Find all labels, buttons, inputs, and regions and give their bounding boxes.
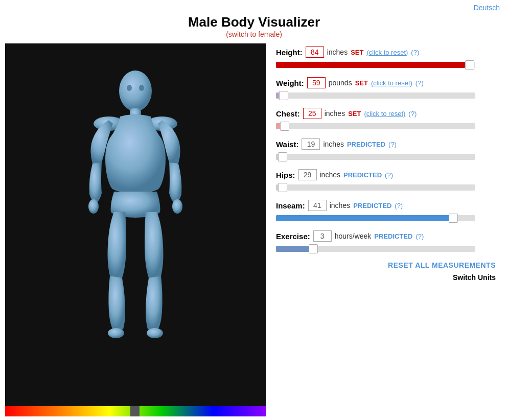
hips-slider-track [276, 184, 475, 191]
exercise-label: Exercise: [276, 232, 310, 241]
chest-reset-link[interactable]: (click to reset) [364, 110, 405, 118]
inseam-slider-fill [276, 215, 450, 221]
waist-slider-thumb[interactable] [278, 152, 287, 161]
inseam-slider[interactable] [276, 213, 498, 223]
main-layout: Height: 84 inches SET (click to reset) (… [0, 43, 508, 416]
language-link[interactable]: Deutsch [474, 4, 500, 12]
waist-label: Waist: [276, 140, 298, 149]
weight-unit: pounds [329, 79, 352, 87]
chest-slider-thumb[interactable] [280, 122, 289, 131]
inseam-predicted-label: PREDICTED [353, 202, 391, 209]
bottom-buttons: RESET ALL MEASUREMENTS Switch Units [276, 261, 498, 282]
weight-set-label: SET [355, 79, 368, 87]
chest-set-label: SET [348, 110, 361, 118]
color-bar-thumb[interactable] [130, 406, 140, 416]
svg-point-9 [139, 85, 144, 91]
svg-point-5 [172, 199, 182, 214]
svg-point-7 [147, 328, 163, 338]
page-title: Male Body Visualizer [0, 14, 508, 30]
hips-value[interactable]: 29 [298, 169, 317, 180]
weight-value[interactable]: 59 [307, 77, 326, 88]
weight-slider-thumb[interactable] [279, 91, 288, 100]
svg-point-8 [127, 85, 132, 91]
chest-unit: inches [325, 109, 345, 118]
body-figure [74, 61, 197, 388]
waist-predicted-label: PREDICTED [347, 141, 385, 148]
waist-value[interactable]: 19 [302, 138, 320, 150]
color-bar[interactable] [5, 406, 266, 416]
height-value[interactable]: 84 [306, 46, 324, 58]
svg-point-6 [108, 328, 124, 338]
weight-label: Weight: [276, 79, 304, 87]
hips-help-link[interactable]: (?) [385, 171, 393, 179]
viewer-panel [5, 43, 266, 416]
weight-row: Weight: 59 pounds SET (click to reset) (… [276, 77, 498, 101]
chest-value[interactable]: 25 [303, 108, 321, 119]
inseam-slider-track [276, 215, 475, 221]
inseam-slider-thumb[interactable] [449, 214, 458, 223]
svg-point-0 [119, 71, 152, 111]
height-row: Height: 84 inches SET (click to reset) (… [276, 46, 498, 70]
weight-slider[interactable] [276, 90, 498, 101]
hips-unit: inches [320, 171, 340, 179]
height-reset-link[interactable]: (click to reset) [366, 49, 408, 56]
switch-gender-link[interactable]: (switch to female) [0, 30, 508, 38]
waist-row: Waist: 19 inches PREDICTED (?) [276, 138, 498, 162]
hips-predicted-label: PREDICTED [343, 171, 382, 179]
switch-units-button[interactable]: Switch Units [276, 273, 496, 282]
exercise-slider[interactable] [276, 244, 498, 254]
exercise-slider-thumb[interactable] [309, 244, 318, 253]
body-canvas [5, 43, 266, 406]
chest-slider-track [276, 123, 475, 129]
exercise-row: Exercise: 3 hours/week PREDICTED (?) [276, 230, 498, 254]
weight-slider-track [276, 92, 475, 99]
hips-label: Hips: [276, 171, 295, 179]
inseam-unit: inches [330, 201, 350, 209]
waist-slider-track [276, 154, 475, 160]
exercise-slider-track [276, 246, 475, 252]
height-help-link[interactable]: (?) [411, 49, 419, 56]
chest-slider[interactable] [276, 121, 498, 131]
hips-slider-thumb[interactable] [278, 183, 287, 192]
hips-row: Hips: 29 inches PREDICTED (?) [276, 169, 498, 193]
waist-unit: inches [323, 140, 343, 148]
height-slider-fill [276, 62, 465, 68]
exercise-value[interactable]: 3 [313, 230, 332, 242]
waist-slider[interactable] [276, 152, 498, 162]
weight-help-link[interactable]: (?) [415, 79, 424, 87]
inseam-label: Inseam: [276, 201, 305, 210]
waist-help-link[interactable]: (?) [388, 141, 397, 148]
height-slider-thumb[interactable] [465, 60, 474, 69]
chest-help-link[interactable]: (?) [408, 110, 417, 118]
height-unit: inches [327, 48, 348, 56]
reset-all-button[interactable]: RESET ALL MEASUREMENTS [276, 261, 496, 269]
inseam-row: Inseam: 41 inches PREDICTED (?) [276, 200, 498, 223]
svg-point-4 [88, 199, 99, 214]
height-slider-track [276, 62, 475, 68]
weight-reset-link[interactable]: (click to reset) [371, 79, 412, 87]
inseam-help-link[interactable]: (?) [395, 202, 403, 209]
height-slider[interactable] [276, 60, 498, 70]
inseam-value[interactable]: 41 [308, 200, 327, 211]
exercise-help-link[interactable]: (?) [415, 232, 424, 240]
hips-slider[interactable] [276, 182, 498, 193]
height-set-label: SET [351, 49, 363, 56]
chest-label: Chest: [276, 109, 300, 118]
exercise-predicted-label: PREDICTED [374, 232, 412, 240]
height-label: Height: [276, 48, 303, 57]
controls-panel: Height: 84 inches SET (click to reset) (… [266, 43, 503, 287]
exercise-unit: hours/week [335, 232, 372, 240]
exercise-slider-fill [276, 246, 312, 252]
chest-row: Chest: 25 inches SET (click to reset) (?… [276, 108, 498, 131]
